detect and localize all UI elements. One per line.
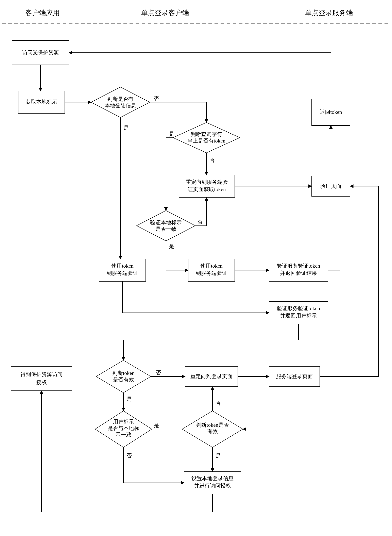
node-redirect-server-get-token (179, 175, 235, 197)
label-grant-protected-access-1: 得到保护资源访问 (20, 371, 63, 377)
label-check-token-valid-right-1: 判断token是否 (196, 422, 229, 428)
label-verify-token-result-1: 验证服务验证token (277, 263, 320, 269)
node-verify-local-id-consistent (137, 210, 195, 241)
label-verify-local-id-2: 是否一致 (155, 226, 177, 232)
edge-verifyuserid-to-checktoken-left (123, 324, 299, 360)
label-check-query-has-token-1: 判断查询字符 (191, 131, 222, 137)
label-use-token-verify-right-2: 到服务端验证 (196, 270, 227, 276)
edge-label-checklocal-yes: 是 (123, 125, 129, 131)
label-get-local-identifier: 获取本地标示 (26, 99, 57, 105)
label-check-user-id-1: 用户标示 (113, 419, 134, 425)
label-verify-local-id-1: 验证本地标示 (150, 220, 182, 225)
edge-useridmatch-no-to-setlocal (123, 447, 184, 483)
label-access-protected-resource: 访问受保护资源 (22, 50, 59, 56)
edge-returntoken-to-access (69, 53, 331, 99)
label-redirect-server-get-token-2: 证页面获取token (188, 186, 226, 192)
label-grant-protected-access-2: 授权 (36, 380, 47, 385)
label-check-token-valid-right-2: 有效 (207, 429, 218, 434)
edge-label-verifylocal-yes: 是 (169, 243, 174, 249)
lane-header-sso-server: 单点登录服务端 (305, 9, 353, 17)
node-check-local-login-info (91, 87, 150, 117)
label-check-token-valid-left-1: 判断token (112, 370, 135, 376)
edge-label-checklocal-no: 否 (154, 96, 159, 101)
label-verify-token-user-1: 验证服务验证token (277, 305, 320, 311)
edge-label-verifylocal-no: 否 (197, 219, 203, 225)
label-check-local-login-info-1: 判断是否有 (107, 96, 134, 102)
label-verify-page: 验证页面 (320, 183, 341, 189)
edge-label-useridmatch-no: 否 (126, 453, 132, 459)
label-server-login-page: 服务端登录页面 (276, 373, 313, 379)
edge-label-checktokenleft-yes: 是 (126, 396, 132, 402)
edge-label-checkquery-yes: 是 (169, 131, 174, 137)
edge-useridmatch-yes-to-grant (42, 391, 162, 429)
edge-serverlogin-to-verifypage (320, 186, 378, 377)
node-check-query-has-token (173, 122, 240, 153)
lane-header-sso-client: 单点登录客户端 (141, 9, 189, 17)
label-set-local-login-auth-2: 并进行访问授权 (194, 483, 231, 489)
edge-checklocal-no-to-checkquery (150, 102, 206, 122)
label-verify-token-user-2: 并返回用户标示 (280, 313, 317, 319)
label-redirect-login-page: 重定向到登录页面 (191, 373, 233, 379)
label-use-token-verify-left-2: 到服务端验证 (107, 270, 138, 276)
label-check-local-login-info-2: 本地登陆信息 (105, 103, 136, 108)
node-grant-protected-access (11, 366, 72, 391)
label-verify-token-result-2: 并返回验证结果 (280, 270, 317, 276)
edge-label-useridmatch-yes: 是 (154, 422, 159, 428)
lane-header-client-app: 客户端应用 (25, 9, 60, 17)
edge-label-checkquery-no: 否 (210, 157, 215, 163)
sso-flowchart: 客户端应用 单点登录客户端 单点登录服务端 访问受保护资源 获取本地标示 得到保… (0, 0, 392, 536)
edge-label-checktokenright-yes: 是 (215, 453, 221, 459)
label-use-token-verify-right-1: 使用token (200, 263, 223, 269)
label-check-token-valid-left-2: 是否有效 (113, 377, 134, 382)
label-return-token: 返回token (320, 109, 342, 115)
edge-usetokenleft-to-verifyuserid (122, 281, 269, 313)
label-check-query-has-token-2: 串上是否有token (187, 138, 225, 144)
label-check-user-id-2: 是否与本地标 (108, 425, 139, 431)
edge-label-checktokenright-no: 否 (215, 400, 221, 406)
edge-checkquery-yes-to-verifylocal (166, 138, 173, 210)
label-check-user-id-3: 示一致 (116, 432, 131, 438)
node-check-token-valid-left (96, 360, 151, 393)
label-use-token-verify-left-1: 使用token (111, 263, 134, 269)
label-redirect-server-get-token-1: 重定向到服务端验 (186, 179, 228, 185)
label-set-local-login-auth-1: 设置本地登录信息 (191, 475, 233, 481)
edge-label-checktokenleft-no: 否 (156, 370, 161, 376)
edge-verifyresult-to-checktoken-right (243, 270, 340, 429)
